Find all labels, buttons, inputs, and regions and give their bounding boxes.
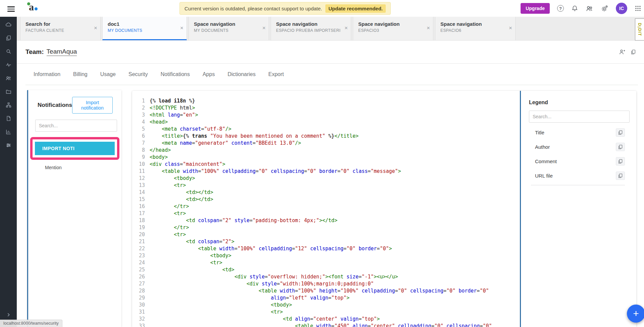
add-fab-button[interactable]: +: [627, 305, 644, 323]
tab-export[interactable]: Export: [268, 71, 284, 77]
code-text[interactable]: <td></td>: [150, 189, 213, 196]
code-text[interactable]: </tr>: [150, 203, 189, 210]
teams-icon[interactable]: [5, 75, 12, 81]
code-line[interactable]: 3<html lang="en">: [132, 112, 520, 119]
tab-space-espacio3[interactable]: Space navigation ESPACIO3 ×: [353, 17, 433, 40]
code-text[interactable]: <div style="overflow: hidden;"><font siz…: [150, 273, 398, 280]
tab-search-for[interactable]: Search for FACTURA CLIENTE ×: [20, 17, 101, 40]
copy-button[interactable]: [616, 143, 625, 151]
code-text[interactable]: <tr>: [150, 259, 222, 266]
code-line[interactable]: 31 <tr>: [132, 309, 520, 316]
code-text[interactable]: <td>: [150, 266, 234, 273]
code-line[interactable]: 12 <tbody>: [132, 175, 520, 182]
add-member-button[interactable]: [618, 48, 627, 56]
code-line[interactable]: 22 <table width="100%" cellpadding="12" …: [132, 245, 520, 252]
code-line[interactable]: 33 <table width="450" align="center" cel…: [132, 323, 520, 327]
code-text[interactable]: <table width="100%" cellpadding="12" cel…: [150, 245, 392, 252]
code-text[interactable]: <head>: [150, 119, 168, 126]
code-line[interactable]: 4<head>: [132, 119, 520, 126]
code-text[interactable]: <!DOCTYPE html>: [150, 105, 195, 112]
code-text[interactable]: <table width="100%" height="100%" cellpa…: [150, 287, 489, 295]
documents-icon[interactable]: [5, 35, 12, 41]
code-line[interactable]: 24 <tr>: [132, 259, 520, 266]
tab-space-my-documents[interactable]: Space navigation MY DOCUMENTS ×: [189, 17, 269, 40]
code-line[interactable]: 15 <td></td>: [132, 196, 520, 203]
code-text[interactable]: <td colspan="2">: [150, 238, 234, 245]
tab-space-espacio-prueba[interactable]: Space navigation ESPACIO PRUEBA IMPORTSE…: [271, 17, 351, 40]
code-line[interactable]: 32 <td align="center" valign="top">: [132, 316, 520, 323]
copy-button[interactable]: [616, 172, 625, 180]
code-text[interactable]: <div class="maincontent">: [150, 161, 225, 168]
notifications-bell-icon[interactable]: [571, 5, 578, 12]
code-line[interactable]: 2<!DOCTYPE html>: [132, 105, 520, 112]
code-line[interactable]: 20 <tr>: [132, 231, 520, 238]
code-text[interactable]: <tbody>: [150, 302, 292, 309]
tab-dictionaries[interactable]: Dictionaries: [227, 71, 256, 77]
code-text[interactable]: <title>{% trans "You have been mentioned…: [150, 133, 359, 140]
code-line[interactable]: 27 <div style="width:100%;margin:0;paddi…: [132, 280, 520, 287]
close-icon[interactable]: ×: [344, 25, 348, 31]
code-line[interactable]: 7 <meta name="generator" content="BBEdit…: [132, 140, 520, 147]
file-icon[interactable]: [5, 115, 12, 122]
code-text[interactable]: <td align="center" valign="top">: [150, 316, 380, 323]
tab-doc1[interactable]: doc1 MY DOCUMENTS ×: [102, 17, 187, 40]
avatar[interactable]: IC: [616, 3, 627, 14]
code-line[interactable]: 29 align="left" valign="top">: [132, 295, 520, 302]
notifications-search-input[interactable]: [35, 120, 117, 132]
close-icon[interactable]: ×: [427, 25, 430, 31]
code-line[interactable]: 6 <title>{% trans "You have been mention…: [132, 133, 520, 140]
import-notification-button[interactable]: Import notification: [72, 97, 113, 114]
code-text[interactable]: <table width="100%" cellpadding="0" cell…: [150, 168, 401, 175]
code-line[interactable]: 17 <tr>: [132, 210, 520, 217]
code-text[interactable]: <td></td>: [150, 196, 213, 203]
code-line[interactable]: 23 <tbody>: [132, 252, 520, 259]
legend-item-label[interactable]: Comment: [535, 158, 557, 164]
code-line[interactable]: 9<body>: [132, 154, 520, 161]
apps-grid-icon[interactable]: [635, 5, 641, 12]
legend-item-label[interactable]: Author: [535, 144, 550, 150]
code-editor[interactable]: 1{% load i18n %}2<!DOCTYPE html>3<html l…: [132, 91, 520, 327]
code-text[interactable]: <body>: [150, 154, 168, 161]
app-logo[interactable]: a: [29, 1, 34, 13]
team-name-field[interactable]: TeamAqua: [47, 48, 77, 56]
code-text[interactable]: </head>: [150, 147, 171, 154]
settings-gear-icon[interactable]: [601, 5, 608, 12]
notif-item-import-noti[interactable]: IMPORT NOTI: [35, 142, 115, 155]
code-text[interactable]: <td colspan="2" style="padding-bottom: 4…: [150, 217, 337, 224]
code-line[interactable]: 10<div class="maincontent">: [132, 161, 520, 168]
chart-icon[interactable]: [5, 129, 12, 135]
code-line[interactable]: 11 <table width="100%" cellpadding="0" c…: [132, 168, 520, 175]
tab-usage[interactable]: Usage: [100, 71, 116, 77]
code-text[interactable]: <tr>: [150, 210, 186, 217]
tab-notifications[interactable]: Notifications: [161, 71, 190, 77]
close-icon[interactable]: ×: [180, 25, 183, 31]
hierarchy-icon[interactable]: [5, 102, 12, 108]
help-icon[interactable]: ?: [557, 5, 564, 12]
menu-icon[interactable]: [7, 5, 15, 13]
upgrade-button[interactable]: Upgrade: [521, 3, 550, 14]
legend-item-label[interactable]: URL file: [535, 173, 553, 179]
code-line[interactable]: 26 <div style="overflow: hidden;"><font …: [132, 273, 520, 280]
sliders-icon[interactable]: [5, 142, 12, 148]
code-line[interactable]: 14 <td></td>: [132, 189, 520, 196]
code-text[interactable]: <tbody>: [150, 175, 195, 182]
close-icon[interactable]: ×: [94, 25, 97, 31]
code-text[interactable]: </tr>: [150, 224, 189, 231]
banner-update-link[interactable]: Update recommended.: [325, 4, 386, 13]
code-line[interactable]: 25 <td>: [132, 266, 520, 273]
code-text[interactable]: <html lang="en">: [150, 112, 198, 119]
code-text[interactable]: <meta name="generator" content="BBEdit 1…: [150, 140, 301, 147]
code-line[interactable]: 16 </tr>: [132, 203, 520, 210]
close-icon[interactable]: ×: [509, 25, 512, 31]
code-line[interactable]: 28 <table width="100%" height="100%" cel…: [132, 287, 520, 295]
activity-icon[interactable]: [5, 62, 12, 68]
notif-item-mention[interactable]: Mention: [28, 160, 121, 174]
sidebar-expand-chevron-icon[interactable]: [0, 313, 17, 317]
copy-button[interactable]: [616, 128, 625, 137]
search-icon[interactable]: [5, 48, 12, 55]
legend-item-label[interactable]: Title: [535, 130, 544, 135]
tab-information[interactable]: Information: [34, 71, 60, 77]
tab-space-espacio6[interactable]: Space navigation ESPACIO6 ×: [435, 17, 516, 40]
folder-icon[interactable]: [5, 88, 12, 95]
cloud-icon[interactable]: [5, 21, 12, 28]
